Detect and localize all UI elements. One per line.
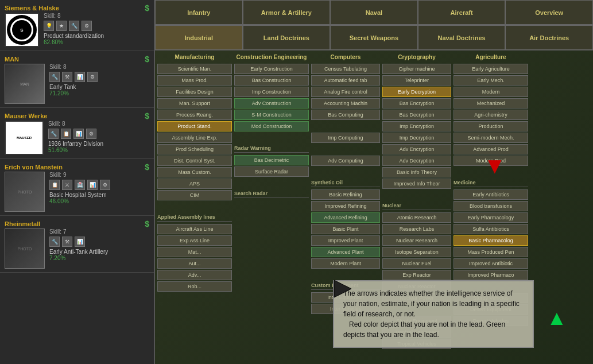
tech-imp-computing[interactable]: Imp Computing bbox=[311, 133, 380, 143]
tech-blood-trans[interactable]: Blood transfusions bbox=[454, 201, 528, 211]
nav-armor[interactable]: Armor & Artillery bbox=[243, 0, 331, 25]
tech-sulfa[interactable]: Sulfa Antibiotics bbox=[454, 224, 528, 234]
icon-tools: ⚒ bbox=[62, 72, 72, 82]
tech-adv-encrypt[interactable]: Adv Encryption bbox=[382, 144, 451, 154]
tech-nuclear-fuel[interactable]: Nuclear Fuel bbox=[382, 258, 451, 269]
tech-dist-control[interactable]: Dist. Control Syst. bbox=[157, 156, 232, 166]
tech-sm-const[interactable]: S-M Construction bbox=[234, 110, 309, 120]
tech-exp-ass[interactable]: Exp Ass Line bbox=[157, 235, 232, 246]
tech-prod-scheduling[interactable]: Prod Scheduling bbox=[157, 144, 232, 154]
tech-modern-plant[interactable]: Modern Plant bbox=[311, 258, 380, 269]
siemens-percent: 62.60% bbox=[44, 39, 149, 45]
tech-mass-pen[interactable]: Mass Produced Pen bbox=[454, 247, 528, 257]
tech-bas-const[interactable]: Bas Construction bbox=[234, 75, 309, 86]
nav-naval[interactable]: Naval bbox=[330, 0, 418, 25]
company-name-siemens: Siemens & Halske bbox=[5, 5, 59, 11]
tech-imp-encrypt[interactable]: Imp Encryption bbox=[382, 121, 451, 131]
tech-man-support[interactable]: Man. Support bbox=[157, 98, 232, 109]
icon-doc2: 📋 bbox=[49, 180, 60, 190]
tech-bas-decrypt[interactable]: Bas Decryption bbox=[382, 110, 451, 120]
tech-imp-info[interactable]: Improved Info Theor bbox=[382, 179, 451, 189]
tech-analog-fire[interactable]: Analog Fire control bbox=[311, 87, 380, 97]
tech-process-reang[interactable]: Process Reang. bbox=[157, 110, 232, 120]
rheinmetall-photo: PHOTO bbox=[5, 229, 45, 269]
tech-isotope-sep[interactable]: Isotope Separation bbox=[382, 247, 451, 257]
dollar-siemens: $ bbox=[145, 3, 149, 13]
tech-adv-decrypt[interactable]: Adv Decryption bbox=[382, 156, 451, 166]
tech-early-decrypt[interactable]: Early Decryption bbox=[382, 87, 451, 97]
tech-census-tab[interactable]: Census Tabulating bbox=[311, 64, 380, 74]
tech-imp-plant[interactable]: Improved Plant bbox=[311, 235, 380, 246]
tech-auto-feed[interactable]: Automatic feed tab bbox=[311, 75, 380, 86]
tech-bas-encrypt[interactable]: Bas Encryption bbox=[382, 98, 451, 109]
icon-hospital: 🏥 bbox=[75, 180, 85, 190]
tech-atomic-research[interactable]: Atomic Research bbox=[382, 212, 451, 223]
tech-basic-plant[interactable]: Basic Plant bbox=[311, 224, 380, 234]
tech-adv-ass[interactable]: Adv... bbox=[157, 270, 232, 280]
tech-bas-computing[interactable]: Bas Computing bbox=[311, 110, 380, 120]
nav-land-doctrines[interactable]: Land Doctrines bbox=[243, 25, 331, 50]
tech-mass-custom[interactable]: Mass Custom. bbox=[157, 167, 232, 177]
erich-percent: 46.00% bbox=[49, 198, 149, 204]
tech-exp-reactor[interactable]: Exp Reactor bbox=[382, 270, 451, 280]
tech-mechanized[interactable]: Mechanized bbox=[454, 98, 528, 109]
tech-research-labs[interactable]: Research Labs bbox=[382, 224, 451, 234]
tech-product-stand[interactable]: Product Stand. bbox=[157, 121, 232, 131]
tech-imp-const[interactable]: Imp Construction bbox=[234, 87, 309, 97]
tech-early-anti[interactable]: Early Antibiotics bbox=[454, 189, 528, 200]
tech-mass-prod[interactable]: Mass Prod. bbox=[157, 75, 232, 86]
tech-aut-ass[interactable]: Aut... bbox=[157, 258, 232, 269]
icon-wrench: 🔧 bbox=[49, 72, 60, 82]
tech-agri-chem[interactable]: Agri-chemistry bbox=[454, 110, 528, 120]
tech-early-pharma[interactable]: Early Pharmacology bbox=[454, 212, 528, 223]
tech-early-agri[interactable]: Early Agriculture bbox=[454, 64, 528, 74]
tech-basic-pharma[interactable]: Basic Pharmacolog bbox=[454, 235, 528, 246]
tech-mod-const[interactable]: Mod Construction bbox=[234, 121, 309, 131]
icon-wrench3: 🔧 bbox=[49, 237, 60, 247]
tech-cipher[interactable]: Cipher machine bbox=[382, 64, 451, 74]
nav-infantry[interactable]: Infantry bbox=[155, 0, 243, 25]
tech-basic-info[interactable]: Basic Info Theory bbox=[382, 167, 451, 177]
icon-cog3: ⚙ bbox=[100, 180, 110, 190]
icon-chart: 📊 bbox=[75, 72, 85, 82]
tech-accounting[interactable]: Accounting Machin bbox=[311, 98, 380, 109]
nav-aircraft[interactable]: Aircraft bbox=[418, 0, 506, 25]
mauser-logo: MAUSER bbox=[5, 121, 44, 155]
nav-industrial[interactable]: Industrial bbox=[155, 25, 243, 50]
tech-imp-refining[interactable]: Improved Refining bbox=[311, 201, 380, 211]
tech-semi-modern[interactable]: Semi-modern Mech. bbox=[454, 133, 528, 143]
tech-aircraft-ass[interactable]: Aircraft Ass Line bbox=[157, 224, 232, 234]
siemens-desc: Product standardization bbox=[44, 33, 149, 39]
tech-nuclear-research[interactable]: Nuclear Research bbox=[382, 235, 451, 246]
tech-bas-decimetric[interactable]: Bas Decimetric bbox=[234, 155, 309, 165]
tech-adv-refining[interactable]: Advanced Refining bbox=[311, 212, 380, 223]
tech-modern-agri[interactable]: Modern bbox=[454, 87, 528, 97]
man-percent: 71.20% bbox=[49, 90, 149, 96]
company-card-rheinmetall: Rheinmetall $ PHOTO Skill: 7 🔧 ⚒ 📊 Early… bbox=[0, 216, 154, 273]
erich-skill: Skill: 9 bbox=[49, 172, 149, 178]
nav-secret-weapons[interactable]: Secret Weapons bbox=[330, 25, 418, 50]
tech-mat-ass[interactable]: Mat... bbox=[157, 247, 232, 257]
tech-rob-ass[interactable]: Rob... bbox=[157, 281, 232, 292]
tech-adv-plant[interactable]: Advanced Plant bbox=[311, 247, 380, 257]
tech-imp-pharma[interactable]: Improved Pharmaco bbox=[454, 270, 528, 280]
nav-naval-doctrines[interactable]: Naval Doctrines bbox=[418, 25, 506, 50]
rheinmetall-skill: Skill: 7 bbox=[49, 229, 149, 235]
tech-basic-refining[interactable]: Basic Refining bbox=[311, 189, 380, 200]
tech-early-mech[interactable]: Early Mech. bbox=[454, 75, 528, 86]
tech-scientific-man[interactable]: Scientific Man. bbox=[157, 64, 232, 74]
tech-adv-computing[interactable]: Adv Computing bbox=[311, 156, 380, 166]
tech-teleprinter[interactable]: Teleprinter bbox=[382, 75, 451, 86]
tech-imp-decrypt[interactable]: Imp Decryption bbox=[382, 133, 451, 143]
tech-surface-radar[interactable]: Surface Radar bbox=[234, 166, 309, 177]
nav-air-doctrines[interactable]: Air Doctrines bbox=[505, 25, 593, 50]
tech-cim[interactable]: CIM bbox=[157, 190, 232, 200]
nav-overview[interactable]: Overview bbox=[505, 0, 593, 25]
tech-early-const[interactable]: Early Construction bbox=[234, 64, 309, 74]
tech-imp-anti[interactable]: Improved Antibiotic bbox=[454, 258, 528, 269]
tech-facilities[interactable]: Facilities Design bbox=[157, 87, 232, 97]
tech-adv-const[interactable]: Adv Construction bbox=[234, 98, 309, 109]
tech-assembly-line[interactable]: Assembly Line Exp. bbox=[157, 133, 232, 143]
tech-production[interactable]: Production bbox=[454, 121, 528, 131]
tech-aps[interactable]: APS bbox=[157, 179, 232, 189]
